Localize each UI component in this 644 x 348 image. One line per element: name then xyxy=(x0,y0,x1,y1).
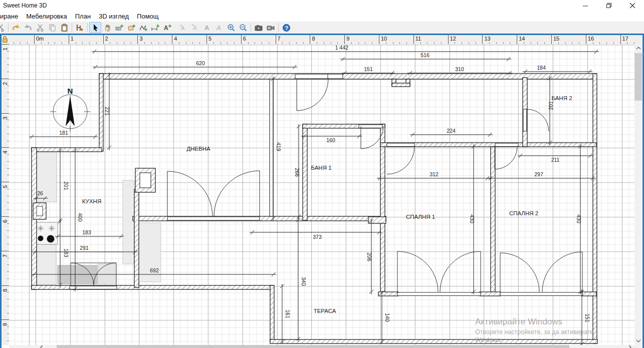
ruler-left: 123456789 xyxy=(2,44,9,345)
ruler-major-tick xyxy=(2,251,9,251)
bold-icon: A xyxy=(203,24,211,32)
toolbar-separator xyxy=(251,23,251,32)
ruler-top-label: 8 xyxy=(312,36,315,42)
ruler-top-label: 13 xyxy=(484,36,490,42)
ruler-major-tick xyxy=(137,35,138,44)
help-button[interactable]: ? xyxy=(280,22,292,33)
ruler-major-tick xyxy=(172,35,172,44)
ruler-major-tick xyxy=(2,319,9,320)
create-walls-button[interactable] xyxy=(113,22,125,33)
create-video-button[interactable] xyxy=(265,22,277,33)
sweet-home-3d-window: Sweet Home 3D иране Мебелировка План 3D … xyxy=(0,0,644,348)
ruler-top-label: 3 xyxy=(139,36,142,42)
decrease-text-size-button[interactable]: A xyxy=(177,22,189,33)
horizontal-scrollbar[interactable] xyxy=(9,345,634,348)
partial-icon[interactable] xyxy=(0,22,7,33)
ruler-left-label: 2 xyxy=(2,80,8,87)
ruler-top-label: 10 xyxy=(381,36,387,42)
menu-plan[interactable]: План xyxy=(71,12,95,21)
zoom-in-button[interactable] xyxy=(225,22,237,33)
help-icon: ? xyxy=(282,24,291,32)
chevron-left-icon xyxy=(40,345,43,348)
add-text-icon: A xyxy=(163,24,172,32)
ruler-major-tick xyxy=(448,35,449,44)
pan-tool-button[interactable] xyxy=(101,22,113,33)
paste-icon xyxy=(60,24,69,32)
ruler-major-tick xyxy=(310,35,310,44)
scroll-left-arrow[interactable] xyxy=(38,345,45,348)
add-furniture-button[interactable] xyxy=(74,22,86,33)
italic-icon: A xyxy=(216,24,223,32)
ruler-top-label: 1 xyxy=(71,36,74,42)
paste-button[interactable] xyxy=(58,22,70,33)
ruler-major-tick xyxy=(2,147,9,148)
menu-furniture[interactable]: Мебелировка xyxy=(22,12,71,21)
restore-button[interactable] xyxy=(599,0,618,11)
ruler-left-label: 4 xyxy=(2,149,8,156)
create-dimensions-icon xyxy=(151,24,160,32)
ruler-major-tick xyxy=(2,113,9,114)
increase-text-size-button[interactable]: A xyxy=(189,22,201,33)
ruler-major-tick xyxy=(103,35,104,44)
create-photo-button[interactable] xyxy=(253,22,265,33)
padlock-icon xyxy=(2,35,9,44)
ruler-major-tick xyxy=(482,35,483,44)
ruler-major-tick xyxy=(586,35,586,44)
ruler-top-label: 2 xyxy=(105,36,108,42)
vertical-scrollbar[interactable] xyxy=(634,44,642,345)
add-furniture-icon xyxy=(75,24,84,32)
create-rooms-icon xyxy=(127,24,136,32)
cut-button[interactable] xyxy=(34,22,46,33)
menu-help[interactable]: Помощ xyxy=(133,12,162,21)
svg-text:A: A xyxy=(204,24,209,32)
copy-button[interactable] xyxy=(46,22,58,33)
vertical-scrollbar-thumb[interactable] xyxy=(634,53,642,101)
ruler-top-label: 15 xyxy=(553,36,559,42)
menu-bar: иране Мебелировка План 3D изглед Помощ xyxy=(0,11,644,22)
create-dimensions-button[interactable] xyxy=(149,22,161,33)
toolbar-separator xyxy=(72,23,72,32)
create-rooms-button[interactable] xyxy=(125,22,137,33)
ruler-top-label: 14 xyxy=(519,36,525,42)
ruler-major-tick xyxy=(517,35,517,44)
add-text-button[interactable]: A xyxy=(161,22,173,33)
scrollbar-corner xyxy=(634,345,642,348)
scroll-right-arrow[interactable] xyxy=(626,345,633,348)
plan-grid[interactable] xyxy=(9,44,636,345)
copy-icon xyxy=(48,24,57,32)
ruler-major-tick xyxy=(344,35,345,44)
undo-button[interactable] xyxy=(10,22,22,33)
ruler-top-label: 6 xyxy=(243,36,246,42)
minimize-button[interactable] xyxy=(576,0,595,11)
plan-canvas[interactable]: 0m1234567891011121314151617 123456789 xyxy=(0,34,644,348)
zoom-out-button[interactable] xyxy=(237,22,249,33)
scroll-down-arrow[interactable] xyxy=(634,338,642,343)
create-polylines-icon xyxy=(139,24,148,32)
ruler-top-label: 7 xyxy=(278,36,281,42)
ruler-top-label: 17 xyxy=(622,36,628,42)
scroll-up-arrow[interactable] xyxy=(634,46,642,51)
create-polylines-button[interactable] xyxy=(137,22,149,33)
bold-button[interactable]: A xyxy=(201,22,213,33)
chevron-up-icon xyxy=(636,47,641,50)
menu-edit-partial[interactable]: иране xyxy=(0,12,22,21)
menu-3d-view[interactable]: 3D изглед xyxy=(95,12,133,21)
ruler-major-tick xyxy=(413,35,414,44)
ruler-left-label: 3 xyxy=(2,115,8,122)
ruler-major-tick xyxy=(34,35,35,44)
ruler-major-tick xyxy=(2,216,9,217)
undo-icon xyxy=(12,24,21,32)
ruler-major-tick xyxy=(2,79,9,79)
ruler-major-tick xyxy=(2,182,9,182)
select-tool-button[interactable] xyxy=(89,22,101,33)
horizontal-scrollbar-thumb[interactable] xyxy=(57,345,569,348)
redo-icon xyxy=(24,24,33,32)
svg-text:A: A xyxy=(216,24,221,32)
zoom-in-icon xyxy=(227,24,236,32)
italic-button[interactable]: A xyxy=(213,22,225,33)
scissors-icon xyxy=(0,24,5,32)
redo-button[interactable] xyxy=(22,22,34,33)
close-button[interactable] xyxy=(623,0,642,11)
toolbar-separator xyxy=(278,23,279,32)
ruler-major-tick xyxy=(551,35,552,44)
